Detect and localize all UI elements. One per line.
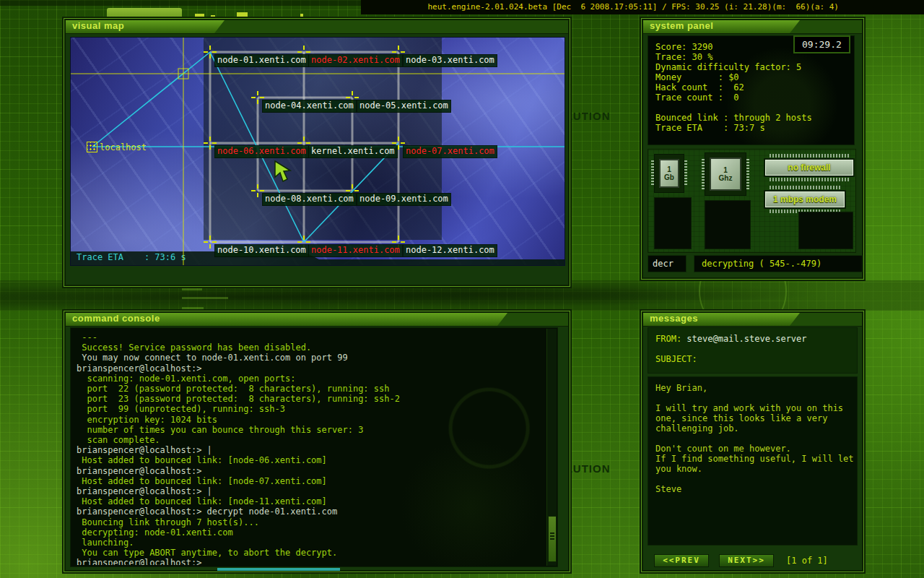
message-page-indicator: [1 of 1] [786, 556, 828, 566]
background-letter-fragment [237, 12, 248, 18]
background-microtext [182, 307, 204, 309]
firewall-status: no firewall [764, 158, 855, 177]
system-panel-title: system panel [650, 20, 713, 31]
console-line: Success! Service password has been disab… [77, 342, 544, 353]
console-line: port 23 (password protected: 8 character… [77, 394, 544, 404]
from-address: steve@mail.steve.server [687, 334, 806, 344]
map-node[interactable]: node-04.xenti.com [262, 100, 357, 113]
console-line: encryption key: 1024 bits [77, 415, 544, 425]
console-line: You can type ABORT anytime, to abort the… [77, 548, 544, 558]
localhost-label[interactable]: localhost [100, 142, 147, 152]
console-line: --- [77, 332, 544, 342]
message-from-row: FROM: steve@mail.steve.server [655, 334, 807, 344]
game-clock: 09:29.2 [793, 35, 850, 53]
map-node[interactable]: node-09.xenti.com [357, 193, 451, 206]
stat-line: Trace: 30 % [655, 52, 854, 62]
map-node[interactable]: node-11.xenti.com [308, 244, 403, 257]
titlebar-diagonal [214, 20, 568, 33]
console-output: --- Success! Service password has been d… [77, 332, 544, 565]
stat-line: Hack count : 62 [655, 82, 854, 92]
cpu-value: 1 [723, 166, 728, 175]
ram-chip-icon: 1Gb [654, 154, 684, 193]
messages-title: messages [650, 313, 698, 324]
map-node[interactable]: node-02.xenti.com [308, 54, 403, 67]
message-body-line: Don't count on me however. [655, 444, 857, 454]
engine-status-bar: heut.engine-2.01.024.beta [Dec 6 2008.17… [361, 0, 924, 14]
messages-titlebar: messages [643, 313, 862, 327]
engine-status-text: heut.engine-2.01.024.beta [Dec 6 2008.17… [427, 0, 839, 14]
system-panel: system panel Score: 3290Trace: 30 %Dynam… [641, 18, 864, 280]
map-node[interactable]: node-05.xenti.com [357, 100, 451, 113]
map-node[interactable]: kernel.xenti.com [308, 145, 398, 158]
console-scrollbar-thumb[interactable] [548, 516, 557, 562]
top-strip [0, 0, 361, 6]
map-viewport[interactable]: Trace ETA : 73:6 s [70, 37, 565, 266]
console-frame-accent [217, 568, 340, 571]
message-body-line: challenging job. [655, 423, 857, 434]
console-line: brianspencer@localhost:> | [77, 445, 544, 455]
message-body-line: one, since this looks like a very [655, 413, 857, 423]
console-line: decrypting: node-01.xenti.com [77, 527, 544, 538]
hardware-slot [705, 200, 751, 249]
message-body-line: you know. [655, 464, 857, 474]
console-line: Host added to bounced link: [node-06.xen… [77, 455, 544, 465]
map-node[interactable]: node-06.xenti.com [214, 145, 309, 158]
map-node[interactable]: node-03.xenti.com [403, 54, 497, 67]
console-line: Bouncing link through 7 host(s)... [77, 517, 544, 527]
mouse-cursor-icon [274, 160, 292, 182]
prev-message-button[interactable]: <<PREV [654, 554, 709, 567]
console-line: scanning: node-01.xenti.com, open ports: [77, 374, 544, 384]
ram-unit: Gb [664, 173, 674, 182]
system-panel-titlebar: system panel [643, 20, 862, 34]
command-abbrev-box: decr [648, 255, 687, 272]
map-node[interactable]: node-07.xenti.com [403, 145, 497, 158]
map-node[interactable]: node-08.xenti.com [262, 193, 357, 206]
console-line: port 99 (unprotected), running: ssh-3 [77, 404, 544, 414]
message-body-line: Steve [655, 484, 857, 494]
ram-value: 1 [667, 165, 671, 174]
message-body-line: If I find something useful, I will let [655, 454, 857, 464]
titlebar-diagonal [790, 20, 862, 33]
console-line: scan complete. [77, 435, 544, 445]
map-node[interactable]: node-12.xenti.com [403, 244, 497, 257]
cpu-chip-icon: 1Ghz [705, 152, 746, 196]
subject-label: SUBJECT: [655, 354, 697, 364]
command-console-panel: command console --- Success! Service pas… [64, 311, 570, 572]
message-body-line [655, 434, 857, 444]
visual-map-panel: visual map Trace ETA : 73:6 s [64, 18, 570, 287]
console-scrollbar[interactable] [546, 329, 557, 566]
stat-line: Trace ETA : 73:7 s [655, 123, 854, 133]
console-line: Host added to bounced link: [node-11.xen… [77, 496, 544, 506]
stat-line: Dynamic difficulty factor: 5 [655, 62, 854, 72]
console-line: You may now connect to node-01.xenti.com… [77, 353, 544, 363]
message-body-line [655, 474, 857, 484]
titlebar-diagonal [497, 313, 568, 326]
hardware-slot [798, 212, 853, 249]
hardware-slot [654, 197, 692, 249]
message-body-line: Hey Brian, [655, 383, 857, 393]
localhost-icon[interactable] [87, 142, 97, 152]
modem-status: 1 mbps modem [764, 190, 846, 209]
stat-line: Money : $0 [655, 72, 854, 82]
visual-map-title: visual map [72, 20, 124, 31]
cpu-unit: Ghz [719, 174, 733, 183]
console-line: Host added to bounced link: [node-07.xen… [77, 476, 544, 486]
hardware-area: 1Gb 1Ghz no firewall 1 mbps modem [648, 149, 856, 253]
console-line: brianspencer@localhost:> [77, 466, 544, 476]
console-line: brianspencer@localhost:> [77, 558, 544, 565]
background-microtext [182, 297, 228, 299]
visual-map-titlebar: visual map [66, 20, 568, 34]
console-line: brianspencer@localhost:> decrypt node-01… [77, 506, 544, 517]
stat-line: Trace count : 0 [655, 92, 854, 103]
console-titlebar: command console [66, 313, 568, 327]
next-message-button[interactable]: NEXT>> [719, 554, 774, 567]
from-label: FROM: [655, 334, 681, 344]
console-line: brianspencer@localhost:> | [77, 486, 544, 496]
console-line: launching. [77, 538, 544, 548]
message-body: Hey Brian,I will try and work with you o… [648, 376, 858, 545]
message-header: FROM: steve@mail.steve.server SUBJECT: [648, 327, 858, 374]
stat-line [655, 103, 854, 113]
map-node[interactable]: node-10.xenti.com [214, 244, 309, 257]
console-viewport[interactable]: --- Success! Service password has been d… [70, 327, 558, 567]
map-node[interactable]: node-01.xenti.com [214, 54, 309, 67]
